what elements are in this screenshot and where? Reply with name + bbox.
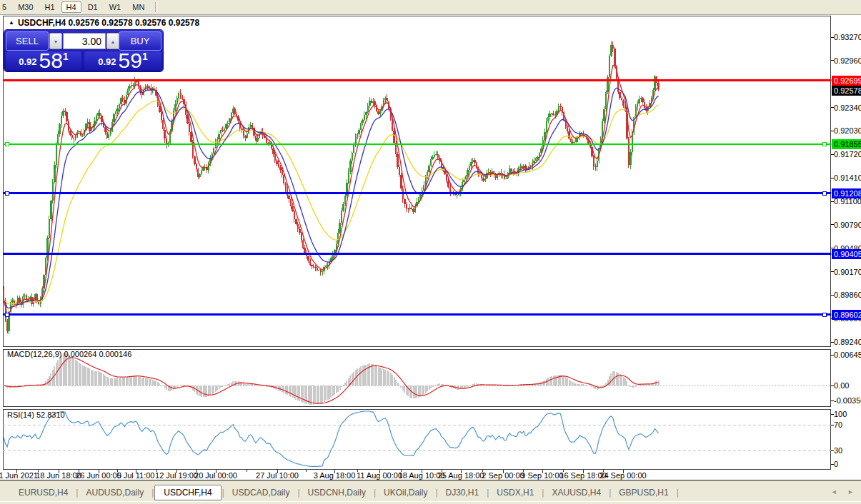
collapse-icon[interactable]: ▲ (9, 19, 14, 26)
one-click-trade-panel: SELL ▼ ▲ BUY 0.92 58 1 0.92 59 1 (4, 30, 163, 71)
rsi-indicator-label: RSI(14) 52.8310 (7, 410, 65, 419)
tab-dj30-h1[interactable]: DJ30,H1 (439, 485, 487, 500)
tab-separator: | (676, 488, 680, 498)
chart-title: ▲USDCHF,H4 0.92576 0.92578 0.92576 0.925… (9, 18, 199, 28)
volume-decrease-button[interactable]: ▼ (49, 33, 62, 49)
ask-price-pipette: 1 (142, 51, 148, 62)
macd-indicator-label: MACD(12,26,9) 0.000264 0.000146 (7, 350, 131, 358)
tab-scroll-arrows: ◄ ► (822, 488, 854, 495)
ask-price-panel[interactable]: 0.92 59 1 (84, 51, 161, 70)
buy-button[interactable]: BUY (119, 31, 161, 51)
panel-frames (0, 16, 861, 480)
tab-xauusd-h4[interactable]: XAUUSD,H4 (544, 485, 608, 500)
status-strip (0, 501, 861, 504)
timeframe-button-m30[interactable]: M30 (13, 1, 38, 13)
chart-title-text: USDCHF,H4 0.92576 0.92578 0.92576 0.9257… (18, 18, 199, 28)
bid-price-main: 58 (39, 51, 63, 70)
timeframe-button-h1[interactable]: H1 (40, 1, 60, 13)
line-handle (822, 313, 826, 316)
bid-price-pipette: 1 (63, 51, 69, 62)
chevron-up-icon: ▲ (111, 39, 116, 44)
chart-canvas[interactable] (0, 0, 861, 504)
bid-price-panel[interactable]: 0.92 58 1 (6, 51, 81, 70)
chevron-down-icon: ▼ (54, 39, 59, 44)
timeframe-toolbar[interactable]: 5M30H1H4D1W1MN (0, 0, 861, 15)
bid-price-prefix: 0.92 (19, 56, 36, 67)
tab-audusd-daily[interactable]: AUDUSD,Daily (79, 485, 151, 500)
symbol-tabs: EURUSD,H4|AUDUSD,Daily|USDCHF,H4|USDCAD,… (11, 485, 680, 500)
tab-ukoil-daily[interactable]: UKOil,Daily (377, 485, 434, 500)
ask-price-main: 59 (119, 51, 142, 70)
timeframe-button-d1[interactable]: D1 (83, 1, 103, 13)
tab-eurusd-h4[interactable]: EURUSD,H4 (11, 485, 75, 500)
timeframe-button-mn[interactable]: MN (127, 1, 149, 13)
volume-increase-button[interactable]: ▲ (106, 33, 119, 49)
tab-usdcad-daily[interactable]: USDCAD,Daily (225, 485, 297, 500)
symbol-tab-bar: EURUSD,H4|AUDUSD,Daily|USDCHF,H4|USDCAD,… (0, 480, 861, 502)
tab-scroll-right-icon[interactable]: ► (847, 488, 854, 495)
line-handle (822, 142, 826, 146)
line-handle (5, 313, 9, 316)
line-handle (5, 142, 9, 146)
tab-usdcnh-daily[interactable]: USDCNH,Daily (301, 485, 373, 500)
timeframe-button-h4[interactable]: H4 (61, 1, 81, 13)
toolbar-separator (155, 2, 156, 12)
tab-usdx-h1[interactable]: USDX,H1 (489, 485, 541, 500)
tab-gbpusd-h1[interactable]: GBPUSD,H1 (612, 485, 675, 500)
tab-scroll-left-icon[interactable]: ◄ (831, 488, 837, 495)
tab-usdchf-h4[interactable]: USDCHF,H4 (154, 485, 221, 500)
volume-input[interactable] (63, 33, 106, 49)
line-handle (822, 191, 826, 195)
timeframe-button-5[interactable]: 5 (0, 1, 11, 13)
ask-price-prefix: 0.92 (98, 56, 116, 67)
sell-button[interactable]: SELL (6, 31, 49, 51)
timeframe-button-w1[interactable]: W1 (104, 1, 126, 13)
line-handle (5, 191, 9, 195)
